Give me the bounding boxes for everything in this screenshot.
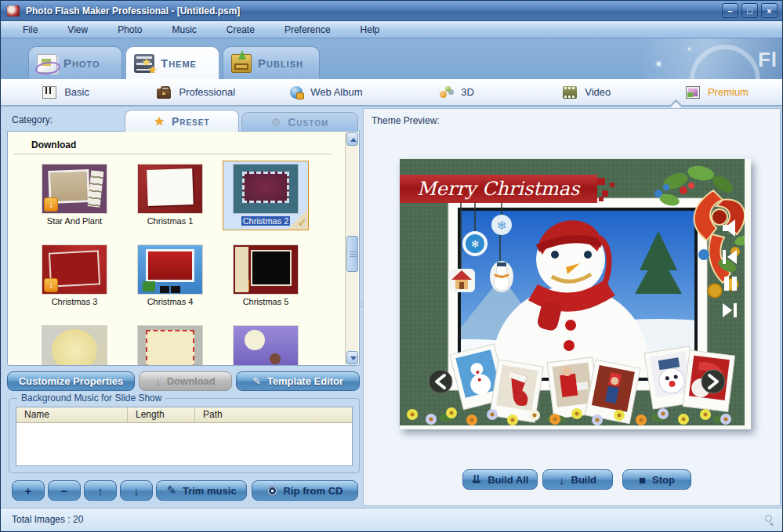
theme-item[interactable] [31, 326, 118, 366]
menu-create[interactable]: Create [219, 23, 263, 37]
minus-icon: − [61, 484, 68, 498]
decorative-banner: Fl [641, 38, 782, 79]
preview-canvas: Merry Christmas ❄ ❄ [400, 159, 745, 425]
close-button[interactable]: × [761, 3, 778, 18]
sparkle-icon [657, 62, 661, 66]
briefcase-icon [157, 89, 171, 99]
wrench-icon: ⚙ [271, 116, 282, 128]
subtab-web-album[interactable]: Web Album [261, 79, 391, 105]
scroll-up-button[interactable] [346, 132, 358, 146]
tab-publish[interactable]: Publish [223, 46, 320, 79]
next-slide-button[interactable] [701, 370, 725, 393]
column-name[interactable]: Name [16, 407, 128, 422]
subtab-professional[interactable]: Professional [131, 79, 261, 105]
subtab-premium[interactable]: Premium [652, 79, 782, 105]
theme-item-christmas-1[interactable]: Christmas 1 [127, 165, 213, 227]
build-all-button[interactable]: ⇊ Build All [462, 469, 538, 490]
move-down-button[interactable]: ↓ [120, 480, 153, 501]
theme-item[interactable] [127, 326, 213, 366]
double-down-arrow-icon: ⇊ [472, 472, 482, 487]
move-up-button[interactable]: ↑ [84, 480, 117, 501]
music-table[interactable]: Name Length Path [16, 407, 353, 466]
tab-custom[interactable]: ⚙ Custom [241, 112, 358, 132]
plus-icon: + [25, 484, 32, 498]
title-bar: Photo Flash Maker Professional - [Untitl… [1, 1, 782, 21]
theme-thumbnail [138, 326, 202, 366]
menu-music[interactable]: Music [165, 23, 205, 37]
picture-icon [686, 86, 700, 99]
theme-item-christmas-3[interactable]: ↓ Christmas 3 [31, 245, 118, 308]
download-section-header: Download [31, 139, 76, 150]
theme-item-christmas-4[interactable]: Christmas 4 [127, 245, 213, 308]
subtab-basic[interactable]: Basic [1, 79, 131, 105]
window-title: Photo Flash Maker Professional - [Untitl… [26, 5, 240, 16]
menu-view[interactable]: View [60, 23, 96, 37]
theme-thumbnail [42, 326, 107, 366]
prev-slide-button[interactable] [429, 370, 452, 393]
menu-photo[interactable]: Photo [110, 23, 150, 37]
preview-label: Theme Preview: [372, 115, 440, 126]
down-arrow-icon: ↓ [559, 473, 565, 487]
app-window: Photo Flash Maker Professional - [Untitl… [0, 0, 783, 532]
theme-item[interactable] [223, 326, 309, 366]
download-badge-icon: ↓ [44, 278, 58, 292]
menu-help[interactable]: Help [353, 23, 388, 37]
divider [14, 154, 332, 154]
group-title: Background Music for Slide Show [17, 393, 165, 404]
stop-button[interactable]: ■ Stop [622, 469, 691, 490]
vertical-scrollbar[interactable] [345, 132, 358, 364]
menu-preference[interactable]: Preference [277, 23, 339, 37]
column-path[interactable]: Path [195, 407, 352, 422]
stop-icon: ■ [639, 473, 646, 487]
download-button[interactable]: ↓ Download [139, 371, 232, 391]
template-editor-button[interactable]: ✎ Template Editor [236, 371, 360, 391]
theme-thumbnail: ↓ [42, 165, 107, 213]
add-music-button[interactable]: + [12, 480, 45, 501]
theme-item-christmas-5[interactable]: ↓ Christmas 5 [223, 245, 309, 308]
theme-list: Download ↓ Star And Plant Christmas 1 Ch… [7, 131, 360, 366]
column-length[interactable]: Length [128, 407, 195, 422]
scrollbar-thumb[interactable] [346, 236, 358, 272]
pencil-icon: ✎ [252, 375, 261, 387]
arrow-down-icon: ↓ [133, 484, 140, 498]
theme-item-christmas-2[interactable]: Christmas 2 ✓ [223, 161, 309, 230]
theme-thumbnail [138, 165, 202, 213]
rip-from-cd-button[interactable]: Rip from CD [252, 480, 358, 501]
maximize-button[interactable]: □ [741, 3, 758, 18]
molecule-icon [439, 86, 453, 99]
theme-item-star-and-plant[interactable]: ↓ Star And Plant [31, 165, 118, 227]
tab-theme[interactable]: Theme [125, 46, 219, 79]
tab-photo[interactable]: Photo [28, 46, 122, 79]
music-table-header: Name Length Path [16, 407, 352, 423]
scroll-down-button[interactable] [346, 351, 358, 364]
star-icon: ★ [154, 114, 165, 128]
theme-thumbnail [234, 326, 298, 366]
arrow-up-icon: ↑ [97, 484, 103, 498]
category-label: Category: [12, 114, 53, 125]
svg-text:❄: ❄ [471, 238, 480, 250]
menu-file[interactable]: File [15, 23, 45, 37]
theme-thumbnail: ↓ [234, 245, 298, 294]
theme-preview-image: Merry Christmas ❄ ❄ [400, 159, 751, 429]
background-music-group: Background Music for Slide Show Name Len… [9, 398, 360, 473]
download-badge-icon: ↓ [44, 197, 58, 212]
filmstrip-stars-icon [134, 54, 154, 73]
check-icon: ✓ [297, 215, 307, 230]
theme-type-bar: Basic Professional Web Album 3D Video Pr… [1, 79, 782, 107]
film-icon [563, 86, 577, 99]
minimize-button[interactable]: – [722, 3, 738, 18]
tab-preset[interactable]: ★ Preset [125, 110, 239, 132]
content-area: Category: ★ Preset ⚙ Custom Download ↓ S… [1, 107, 782, 508]
theme-thumbnail: ↓ [42, 245, 107, 294]
main-tab-strip: Fl Photo Theme Publish [1, 38, 782, 79]
customize-properties-button[interactable]: Customize Properties [7, 371, 135, 391]
theme-preview-panel: Theme Preview: [363, 108, 781, 506]
subtab-3d[interactable]: 3D [392, 79, 522, 105]
subtab-video[interactable]: Video [522, 79, 652, 105]
theme-thumbnail [234, 165, 298, 213]
remove-music-button[interactable]: − [48, 480, 81, 501]
trim-music-button[interactable]: ✎ Trim music [156, 480, 247, 501]
resize-zoom-icon[interactable] [765, 515, 774, 524]
crate-upload-icon [231, 54, 252, 73]
build-button[interactable]: ↓ Build [542, 469, 613, 490]
